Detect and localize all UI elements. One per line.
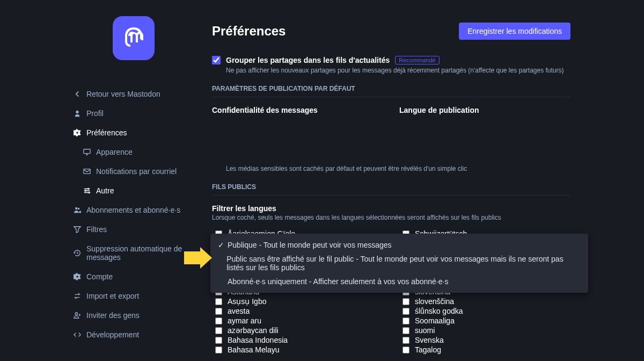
nav-label: Retour vers Mastodon [86, 90, 160, 98]
history-icon [74, 249, 81, 257]
nav-item-6[interactable]: Abonnements et abonné·e·s [74, 200, 212, 220]
nav-item-0[interactable]: Retour vers Mastodon [74, 84, 212, 104]
lang-item[interactable]: azərbaycan dili [215, 326, 383, 335]
mastodon-logo [113, 16, 155, 60]
lang-item[interactable]: ślůnsko godka [402, 306, 570, 316]
save-button[interactable]: Enregistrer les modifications [459, 23, 570, 40]
svg-point-4 [89, 192, 90, 193]
check-icon: ✓ [218, 241, 224, 249]
nav-item-7[interactable]: Filtres [74, 220, 212, 239]
code-icon [74, 331, 81, 338]
lang-item[interactable]: Bahasa Indonesia [215, 335, 383, 345]
nav-item-2[interactable]: Préférences [74, 123, 212, 142]
nav-label: Profil [86, 109, 104, 118]
svg-rect-0 [84, 149, 90, 154]
nav-item-3[interactable]: Apparence [74, 142, 212, 162]
svg-point-2 [87, 188, 89, 189]
privacy-option-followers[interactable]: Abonné·e·s uniquement - Afficher seuleme… [210, 275, 588, 288]
privacy-option-public[interactable]: ✓ Publique - Tout le monde peut voir vos… [210, 238, 588, 252]
lang-label: Soomaaliga [415, 316, 455, 325]
group-boosts-help: Ne pas afficher les nouveaux partages po… [226, 67, 644, 74]
lang-pub-label: Langue de publication [399, 106, 570, 114]
privacy-dropdown[interactable]: ✓ Publique - Tout le monde peut voir vos… [210, 234, 588, 293]
lang-item[interactable]: Svenska [402, 335, 570, 345]
sensitive-help: Les médias sensibles sont cachés par déf… [226, 165, 644, 172]
chevron-left-icon [74, 90, 81, 98]
lang-label: slovenščina [415, 297, 454, 306]
lang-item[interactable]: aymar aru [215, 316, 383, 326]
gear-icon [74, 129, 81, 136]
users-icon [74, 206, 81, 214]
lang-checkbox[interactable] [215, 337, 222, 344]
annotation-arrow [184, 247, 212, 269]
nav-item-11[interactable]: Inviter des gens [74, 306, 212, 325]
lang-item[interactable]: suomi [402, 326, 570, 335]
page-title: Préférences [212, 24, 286, 39]
privacy-label: Confidentialité des messages [212, 106, 383, 114]
nav-item-5[interactable]: Autre [74, 181, 212, 200]
desktop-icon [83, 148, 91, 156]
lang-item[interactable]: Bahasa Melayu [215, 345, 383, 355]
privacy-option-unlisted[interactable]: Public sans être affiché sur le fil publ… [210, 252, 588, 275]
lang-label: azərbaycan dili [228, 326, 279, 335]
lang-label: Asụsụ Igbo [228, 297, 266, 306]
nav-label: Abonnements et abonné·e·s [86, 206, 180, 214]
mail-icon [83, 168, 91, 175]
lang-label: Svenska [415, 336, 444, 344]
lang-label: Bahasa Melayu [228, 345, 280, 354]
lang-checkbox[interactable] [215, 317, 222, 324]
lang-checkbox[interactable] [215, 308, 222, 315]
group-boosts-label: Grouper les partages dans les fils d'act… [226, 56, 390, 64]
filter-langs-heading: Filtrer les langues [212, 204, 644, 213]
lang-item[interactable]: Asụsụ Igbo [215, 297, 383, 306]
lang-checkbox[interactable] [402, 337, 409, 344]
lang-item[interactable]: slovenščina [402, 297, 570, 306]
nav-item-4[interactable]: Notifications par courriel [74, 162, 212, 181]
lang-label: ślůnsko godka [415, 307, 463, 315]
lang-label: Bahasa Indonesia [228, 336, 288, 344]
lang-label: Tagalog [415, 345, 441, 354]
nav-item-10[interactable]: Import et export [74, 286, 212, 306]
nav-item-12[interactable]: Développement [74, 325, 212, 344]
lang-item[interactable]: Tagalog [402, 345, 570, 355]
nav-item-1[interactable]: Profil [74, 104, 212, 123]
lang-checkbox[interactable] [215, 346, 222, 353]
nav-label: Notifications par courriel [96, 167, 177, 176]
gear-icon [74, 273, 81, 280]
filter-icon [74, 226, 81, 233]
nav-label: Autre [96, 186, 114, 195]
lang-checkbox[interactable] [402, 346, 409, 353]
lang-checkbox[interactable] [402, 327, 409, 334]
nav-label: Import et export [86, 292, 139, 300]
user-plus-icon [74, 312, 81, 319]
recommended-badge: Recommandé [395, 56, 439, 64]
nav-label: Compte [86, 272, 113, 281]
lang-checkbox[interactable] [215, 298, 222, 305]
lang-label: suomi [415, 326, 435, 335]
transfer-icon [74, 292, 81, 300]
section-posting-defaults: PARAMÈTRES DE PUBLICATION PAR DÉFAUT [212, 85, 570, 97]
filter-langs-help: Lorsque coché, seuls les messages dans l… [212, 214, 644, 221]
user-icon [74, 110, 81, 117]
section-public-feeds: FILS PUBLICS [212, 183, 570, 196]
lang-label: aymar aru [228, 316, 261, 325]
nav-label: Développement [86, 330, 139, 339]
group-boosts-checkbox[interactable] [212, 56, 221, 64]
nav-label: Filtres [86, 225, 107, 234]
lang-checkbox[interactable] [215, 327, 222, 334]
lang-label: avesta [228, 307, 250, 315]
lang-checkbox[interactable] [402, 298, 409, 305]
lang-checkbox[interactable] [402, 308, 409, 315]
lang-item[interactable]: avesta [215, 306, 383, 316]
nav-item-9[interactable]: Compte [74, 267, 212, 286]
nav-label: Préférences [86, 128, 127, 137]
nav-label: Apparence [96, 148, 133, 156]
lang-checkbox[interactable] [402, 317, 409, 324]
svg-rect-1 [84, 169, 90, 174]
nav-label: Inviter des gens [86, 311, 140, 320]
lang-item[interactable]: Soomaaliga [402, 316, 570, 326]
sliders-icon [83, 187, 91, 194]
